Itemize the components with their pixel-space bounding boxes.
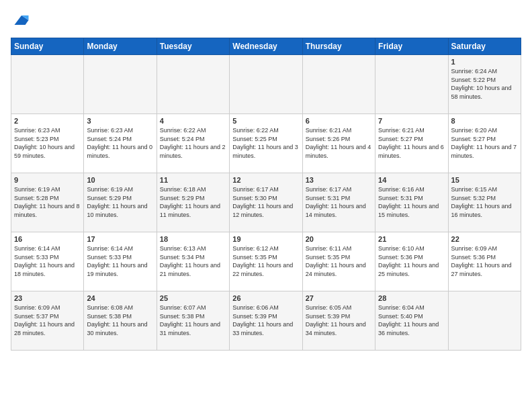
day-info: Sunrise: 6:18 AM Sunset: 5:29 PM Dayligh…	[160, 185, 226, 219]
day-number: 4	[160, 117, 226, 125]
day-info: Sunrise: 6:19 AM Sunset: 5:29 PM Dayligh…	[87, 185, 153, 219]
calendar-cell: 21Sunrise: 6:10 AM Sunset: 5:36 PM Dayli…	[375, 232, 448, 291]
calendar-cell	[230, 55, 302, 114]
week-row-4: 16Sunrise: 6:14 AM Sunset: 5:33 PM Dayli…	[11, 232, 521, 291]
day-number: 25	[160, 294, 226, 302]
day-info: Sunrise: 6:22 AM Sunset: 5:25 PM Dayligh…	[232, 126, 299, 160]
calendar-cell	[302, 55, 375, 114]
day-info: Sunrise: 6:16 AM Sunset: 5:31 PM Dayligh…	[378, 185, 445, 219]
day-info: Sunrise: 6:23 AM Sunset: 5:23 PM Dayligh…	[14, 126, 81, 160]
calendar-cell: 9Sunrise: 6:19 AM Sunset: 5:28 PM Daylig…	[11, 173, 84, 232]
day-number: 28	[378, 294, 445, 302]
day-info: Sunrise: 6:21 AM Sunset: 5:26 PM Dayligh…	[306, 126, 372, 160]
calendar-cell	[84, 55, 157, 114]
calendar-cell: 12Sunrise: 6:17 AM Sunset: 5:30 PM Dayli…	[230, 173, 302, 232]
calendar-cell: 19Sunrise: 6:12 AM Sunset: 5:35 PM Dayli…	[230, 232, 302, 291]
calendar-body: 1Sunrise: 6:24 AM Sunset: 5:22 PM Daylig…	[11, 55, 521, 351]
week-row-2: 2Sunrise: 6:23 AM Sunset: 5:23 PM Daylig…	[11, 114, 521, 173]
calendar-cell: 8Sunrise: 6:20 AM Sunset: 5:27 PM Daylig…	[448, 114, 521, 173]
day-info: Sunrise: 6:13 AM Sunset: 5:34 PM Dayligh…	[160, 244, 226, 278]
calendar-table: SundayMondayTuesdayWednesdayThursdayFrid…	[11, 38, 521, 351]
day-info: Sunrise: 6:07 AM Sunset: 5:38 PM Dayligh…	[160, 304, 226, 337]
day-info: Sunrise: 6:08 AM Sunset: 5:38 PM Dayligh…	[87, 304, 153, 337]
day-number: 12	[232, 176, 299, 184]
day-number: 6	[306, 117, 372, 125]
day-info: Sunrise: 6:17 AM Sunset: 5:31 PM Dayligh…	[306, 185, 372, 219]
day-info: Sunrise: 6:20 AM Sunset: 5:27 PM Dayligh…	[451, 126, 518, 160]
day-info: Sunrise: 6:10 AM Sunset: 5:36 PM Dayligh…	[378, 244, 445, 278]
calendar-cell	[375, 55, 448, 114]
logo	[11, 11, 31, 32]
calendar-cell: 18Sunrise: 6:13 AM Sunset: 5:34 PM Dayli…	[157, 232, 229, 291]
day-header-tuesday: Tuesday	[157, 38, 229, 55]
calendar-cell: 20Sunrise: 6:11 AM Sunset: 5:35 PM Dayli…	[302, 232, 375, 291]
calendar-cell: 22Sunrise: 6:09 AM Sunset: 5:36 PM Dayli…	[448, 232, 521, 291]
day-number: 14	[378, 176, 445, 184]
calendar-cell: 15Sunrise: 6:15 AM Sunset: 5:32 PM Dayli…	[448, 173, 521, 232]
day-number: 26	[232, 294, 299, 302]
day-number: 23	[14, 294, 81, 302]
calendar-cell: 7Sunrise: 6:21 AM Sunset: 5:27 PM Daylig…	[375, 114, 448, 173]
calendar-cell: 11Sunrise: 6:18 AM Sunset: 5:29 PM Dayli…	[157, 173, 229, 232]
day-number: 15	[451, 176, 518, 184]
day-header-friday: Friday	[375, 38, 448, 55]
calendar-cell: 3Sunrise: 6:23 AM Sunset: 5:24 PM Daylig…	[84, 114, 157, 173]
calendar-cell: 24Sunrise: 6:08 AM Sunset: 5:38 PM Dayli…	[84, 291, 157, 351]
day-header-monday: Monday	[84, 38, 157, 55]
day-info: Sunrise: 6:17 AM Sunset: 5:30 PM Dayligh…	[232, 185, 299, 219]
day-number: 17	[87, 235, 153, 243]
calendar-cell	[11, 55, 84, 114]
day-number: 2	[14, 117, 81, 125]
day-info: Sunrise: 6:12 AM Sunset: 5:35 PM Dayligh…	[232, 244, 299, 278]
day-info: Sunrise: 6:22 AM Sunset: 5:24 PM Dayligh…	[160, 126, 226, 160]
day-header-saturday: Saturday	[448, 38, 521, 55]
day-number: 20	[306, 235, 372, 243]
days-of-week-row: SundayMondayTuesdayWednesdayThursdayFrid…	[11, 38, 521, 55]
calendar-cell: 6Sunrise: 6:21 AM Sunset: 5:26 PM Daylig…	[302, 114, 375, 173]
day-number: 8	[451, 117, 518, 125]
day-number: 16	[14, 235, 81, 243]
day-info: Sunrise: 6:19 AM Sunset: 5:28 PM Dayligh…	[14, 185, 81, 219]
day-info: Sunrise: 6:11 AM Sunset: 5:35 PM Dayligh…	[306, 244, 372, 278]
calendar-cell: 1Sunrise: 6:24 AM Sunset: 5:22 PM Daylig…	[448, 55, 521, 114]
week-row-3: 9Sunrise: 6:19 AM Sunset: 5:28 PM Daylig…	[11, 173, 521, 232]
day-header-thursday: Thursday	[302, 38, 375, 55]
day-info: Sunrise: 6:15 AM Sunset: 5:32 PM Dayligh…	[451, 185, 518, 219]
day-info: Sunrise: 6:14 AM Sunset: 5:33 PM Dayligh…	[14, 244, 81, 278]
day-header-wednesday: Wednesday	[230, 38, 302, 55]
day-number: 21	[378, 235, 445, 243]
day-info: Sunrise: 6:04 AM Sunset: 5:40 PM Dayligh…	[378, 304, 445, 337]
week-row-5: 23Sunrise: 6:09 AM Sunset: 5:37 PM Dayli…	[11, 291, 521, 351]
day-number: 9	[14, 176, 81, 184]
day-number: 13	[306, 176, 372, 184]
day-number: 10	[87, 176, 153, 184]
calendar-cell: 14Sunrise: 6:16 AM Sunset: 5:31 PM Dayli…	[375, 173, 448, 232]
day-info: Sunrise: 6:24 AM Sunset: 5:22 PM Dayligh…	[451, 67, 518, 101]
calendar-cell: 16Sunrise: 6:14 AM Sunset: 5:33 PM Dayli…	[11, 232, 84, 291]
calendar-cell: 28Sunrise: 6:04 AM Sunset: 5:40 PM Dayli…	[375, 291, 448, 351]
day-info: Sunrise: 6:14 AM Sunset: 5:33 PM Dayligh…	[87, 244, 153, 278]
day-number: 5	[232, 117, 299, 125]
day-header-sunday: Sunday	[11, 38, 84, 55]
day-number: 22	[451, 235, 518, 243]
day-info: Sunrise: 6:23 AM Sunset: 5:24 PM Dayligh…	[87, 126, 153, 160]
calendar-cell	[157, 55, 229, 114]
day-info: Sunrise: 6:06 AM Sunset: 5:39 PM Dayligh…	[232, 304, 299, 337]
calendar-cell: 27Sunrise: 6:05 AM Sunset: 5:39 PM Dayli…	[302, 291, 375, 351]
day-info: Sunrise: 6:21 AM Sunset: 5:27 PM Dayligh…	[378, 126, 445, 160]
day-number: 3	[87, 117, 153, 125]
calendar-cell	[448, 291, 521, 351]
day-info: Sunrise: 6:09 AM Sunset: 5:36 PM Dayligh…	[451, 244, 518, 278]
calendar-cell: 13Sunrise: 6:17 AM Sunset: 5:31 PM Dayli…	[302, 173, 375, 232]
logo-icon	[12, 11, 31, 30]
day-number: 19	[232, 235, 299, 243]
day-number: 18	[160, 235, 226, 243]
day-info: Sunrise: 6:09 AM Sunset: 5:37 PM Dayligh…	[14, 304, 81, 337]
calendar-cell: 17Sunrise: 6:14 AM Sunset: 5:33 PM Dayli…	[84, 232, 157, 291]
calendar-cell: 23Sunrise: 6:09 AM Sunset: 5:37 PM Dayli…	[11, 291, 84, 351]
day-info: Sunrise: 6:05 AM Sunset: 5:39 PM Dayligh…	[306, 304, 372, 337]
day-number: 7	[378, 117, 445, 125]
day-number: 1	[451, 58, 518, 66]
day-number: 27	[306, 294, 372, 302]
calendar-cell: 2Sunrise: 6:23 AM Sunset: 5:23 PM Daylig…	[11, 114, 84, 173]
